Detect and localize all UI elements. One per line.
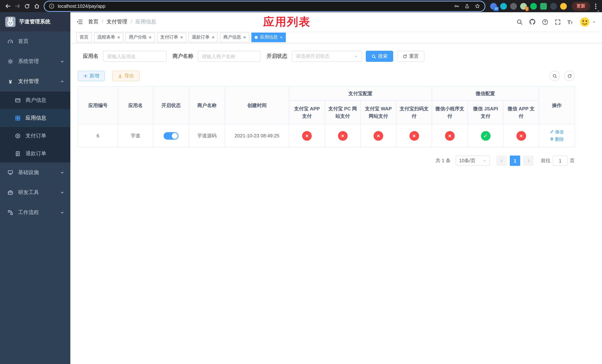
pagination-total: 共 1 条	[436, 157, 451, 164]
tab-refund-order[interactable]: 退款订单×	[188, 32, 218, 42]
tab-process-form[interactable]: 流程表单×	[94, 32, 123, 42]
add-button[interactable]: 新增	[78, 71, 105, 81]
extension-icon[interactable]: 1	[520, 3, 527, 10]
app-name-input[interactable]	[103, 51, 167, 62]
browser-back-icon[interactable]	[3, 1, 13, 11]
column-group-alipay: 支付宝配置	[289, 86, 432, 101]
extension-icon[interactable]	[530, 3, 537, 10]
extension-icon[interactable]	[560, 3, 567, 10]
extension-badge: 10	[494, 7, 499, 11]
goto-page-input[interactable]	[553, 156, 568, 166]
table-toolbar: 新增 导出	[78, 71, 575, 81]
column-header: 商户名称	[189, 86, 225, 124]
yen-icon: ¥	[7, 78, 13, 85]
sidebar-item-pay-order[interactable]: 支付订单	[0, 127, 70, 145]
bookmark-star-icon[interactable]	[475, 3, 480, 9]
delete-button[interactable]: 删除	[550, 136, 564, 142]
status-label: 开启状态	[267, 53, 287, 60]
tab-home[interactable]: 首页	[76, 32, 92, 42]
browser-reload-icon[interactable]	[22, 1, 32, 11]
extension-icon[interactable]	[540, 3, 547, 10]
search-button[interactable]: 搜索	[366, 51, 393, 62]
tab-merchant-info[interactable]: 商户信息×	[220, 32, 249, 42]
search-icon[interactable]	[517, 19, 523, 25]
tags-view-bar: 首页 流程表单× 用户分组× 支付订单× 退款订单× 商户信息× 应用信息×	[70, 32, 602, 43]
extension-icon[interactable]	[500, 3, 507, 10]
breadcrumb-item[interactable]: 支付管理	[107, 19, 132, 25]
toggle-search-button[interactable]	[549, 71, 560, 81]
column-header: 应用名	[118, 86, 153, 124]
sidebar-collapse-icon[interactable]	[76, 19, 83, 25]
cell-app-id: 6	[78, 124, 118, 147]
pagination: 共 1 条 10条/页 1	[78, 156, 575, 166]
next-page-button[interactable]	[523, 156, 534, 166]
sidebar-item-label: 支付管理	[18, 78, 39, 85]
extension-icon[interactable]	[550, 3, 557, 10]
tab-label: 支付订单	[160, 34, 178, 40]
payment-submenu: 商户信息 应用信息 支付订单	[0, 91, 70, 162]
tab-close-icon[interactable]: ×	[180, 35, 183, 39]
add-button-label: 新增	[90, 73, 99, 79]
workflow-icon	[7, 210, 13, 215]
address-bar[interactable]: localhost:1024/pay/app	[44, 1, 485, 11]
tab-close-icon[interactable]: ×	[280, 35, 282, 39]
tab-user-group[interactable]: 用户分组×	[126, 32, 155, 42]
merchant-name-input[interactable]	[198, 51, 261, 62]
sidebar-item-app-info[interactable]: 应用信息	[0, 109, 70, 127]
browser-forward-icon[interactable]	[13, 1, 22, 11]
browser-home-icon[interactable]	[32, 1, 42, 11]
user-menu[interactable]	[580, 17, 596, 27]
prev-page-button[interactable]	[496, 156, 507, 166]
reset-button[interactable]: 重置	[397, 51, 424, 62]
sidebar-item-dev-tools[interactable]: 研发工具	[0, 182, 70, 203]
app-table: 应用编号 应用名 开启状态 商户名称 创建时间 支付宝配置 微信配置 操作 支付…	[78, 86, 575, 147]
tab-close-icon[interactable]: ×	[149, 35, 151, 39]
app-logo	[5, 17, 16, 27]
status-select[interactable]: 请选择开启状态	[292, 51, 362, 62]
extension-icon[interactable]	[510, 3, 517, 10]
sidebar-item-merchant-info[interactable]: 商户信息	[0, 91, 70, 109]
current-page-button[interactable]: 1	[510, 156, 520, 166]
chevron-down-icon	[60, 59, 64, 64]
extension-icon[interactable]: 10	[490, 3, 497, 10]
sidebar-item-infrastructure[interactable]: 基础设施	[0, 162, 70, 182]
export-button[interactable]: 导出	[112, 71, 140, 81]
sidebar-item-workflow[interactable]: 工作流程	[0, 203, 70, 223]
order-icon	[15, 133, 21, 139]
share-icon[interactable]	[464, 3, 470, 9]
tab-close-icon[interactable]: ×	[243, 35, 246, 39]
edit-label: 修改	[555, 128, 564, 135]
page-size-select[interactable]: 10条/页	[456, 156, 490, 166]
delete-label: 删除	[555, 136, 564, 142]
fullscreen-icon[interactable]	[555, 19, 561, 25]
breadcrumb-item[interactable]: 首页	[88, 19, 103, 25]
toolbox-icon	[7, 190, 13, 195]
refresh-button[interactable]	[564, 71, 575, 81]
document-icon	[15, 151, 21, 157]
sidebar-item-home[interactable]: 首页	[0, 32, 70, 52]
tab-pay-order[interactable]: 支付订单×	[157, 32, 186, 42]
chevron-down-icon	[483, 159, 486, 162]
edit-button[interactable]: 修改	[550, 128, 564, 135]
font-size-icon[interactable]: TT	[567, 19, 573, 25]
sidebar-item-system[interactable]: 系统管理	[0, 52, 70, 72]
status-icon: ✓	[481, 131, 490, 140]
sidebar-item-payment[interactable]: ¥ 支付管理	[0, 72, 70, 91]
app-logo-row[interactable]: 芋道管理系统	[0, 12, 70, 32]
site-info-icon[interactable]	[49, 3, 54, 9]
tab-close-icon[interactable]: ×	[212, 35, 214, 39]
monitor-icon	[7, 170, 13, 175]
help-icon[interactable]	[542, 19, 548, 25]
sidebar-item-label: 系统管理	[18, 58, 39, 65]
sidebar-item-label: 退款订单	[26, 150, 46, 157]
status-icon: ×	[302, 131, 312, 140]
enable-switch[interactable]	[164, 132, 178, 139]
tab-close-icon[interactable]: ×	[117, 35, 120, 39]
password-key-icon[interactable]	[454, 3, 460, 9]
sidebar-item-refund-order[interactable]: 退款订单	[0, 145, 70, 162]
column-header: 创建时间	[225, 86, 289, 124]
column-header: 应用编号	[78, 86, 118, 124]
tab-app-info[interactable]: 应用信息×	[251, 32, 286, 42]
browser-update-button[interactable]: 更新	[572, 2, 590, 11]
github-icon[interactable]	[529, 19, 536, 25]
